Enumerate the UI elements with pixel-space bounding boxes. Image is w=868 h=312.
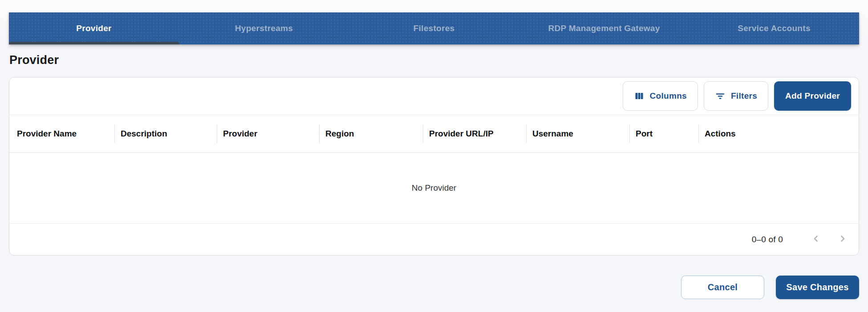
save-changes-button-label: Save Changes: [786, 282, 848, 292]
column-header-provider-name[interactable]: Provider Name: [9, 115, 114, 152]
filter-list-icon: [715, 91, 726, 101]
column-header-username[interactable]: Username: [526, 115, 629, 152]
tab-filestores[interactable]: Filestores: [349, 12, 519, 44]
filters-button[interactable]: Filters: [704, 81, 768, 111]
tab-service-accounts-label: Service Accounts: [738, 24, 811, 33]
previous-page-button[interactable]: [805, 229, 827, 250]
tab-rdp-management-gateway[interactable]: RDP Management Gateway: [519, 12, 689, 44]
save-changes-button[interactable]: Save Changes: [776, 276, 859, 299]
empty-state-text: No Provider: [412, 183, 456, 193]
column-header-description[interactable]: Description: [114, 115, 217, 152]
footer-actions: Cancel Save Changes: [681, 276, 859, 299]
chevron-left-icon: [811, 233, 821, 245]
column-header-provider[interactable]: Provider: [217, 115, 319, 152]
column-header-actions[interactable]: Actions: [698, 115, 859, 152]
pagination-range-label: 0–0 of 0: [752, 235, 783, 244]
next-page-button[interactable]: [832, 229, 853, 250]
page-title: Provider: [9, 53, 59, 67]
tab-provider-label: Provider: [76, 24, 112, 33]
table-toolbar: Columns Filters Add Provider: [9, 77, 859, 115]
tab-rdp-management-gateway-label: RDP Management Gateway: [548, 24, 660, 33]
table-header-row: Provider Name Description Provider Regio…: [9, 115, 859, 153]
add-provider-button-label: Add Provider: [785, 91, 840, 101]
column-header-region[interactable]: Region: [319, 115, 423, 152]
tab-hyperstreams-label: Hyperstreams: [235, 24, 293, 33]
tab-provider[interactable]: Provider: [9, 12, 179, 44]
active-tab-indicator: [9, 42, 179, 44]
columns-button-label: Columns: [650, 91, 687, 101]
column-header-port[interactable]: Port: [629, 115, 698, 152]
add-provider-button[interactable]: Add Provider: [774, 81, 851, 111]
cancel-button-label: Cancel: [708, 282, 738, 292]
pagination-bar: 0–0 of 0: [9, 223, 859, 255]
column-header-provider-url-ip[interactable]: Provider URL/IP: [423, 115, 526, 152]
filters-button-label: Filters: [731, 91, 757, 101]
top-tab-bar: Provider Hyperstreams Filestores RDP Man…: [9, 12, 859, 44]
chevron-right-icon: [837, 233, 848, 245]
tab-hyperstreams[interactable]: Hyperstreams: [179, 12, 349, 44]
view-columns-icon: [634, 91, 645, 101]
columns-button[interactable]: Columns: [623, 81, 698, 111]
table-empty-state: No Provider: [9, 153, 859, 223]
provider-table-card: Columns Filters Add Provider Provider Na…: [9, 77, 859, 256]
cancel-button[interactable]: Cancel: [681, 276, 764, 299]
tab-service-accounts[interactable]: Service Accounts: [689, 12, 859, 44]
tab-filestores-label: Filestores: [414, 24, 455, 33]
